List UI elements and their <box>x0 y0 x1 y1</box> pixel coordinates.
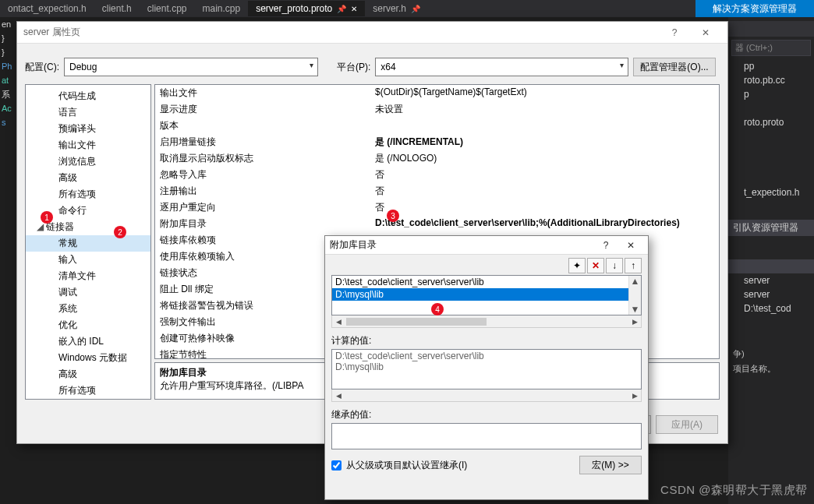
tree-item-linker-advanced[interactable]: 高级 <box>26 366 150 382</box>
scroll-left-icon[interactable]: ◀ <box>332 392 345 400</box>
scroll-left-icon[interactable]: ◀ <box>332 318 345 326</box>
delete-icon[interactable]: ✕ <box>587 258 604 273</box>
tab-client-cpp[interactable]: client.cpp <box>140 1 195 16</box>
prop-desc: 项目名称。 <box>728 361 814 376</box>
tab-label: main.cpp <box>202 3 240 14</box>
move-down-icon[interactable]: ↓ <box>606 258 623 273</box>
tree-item-output-files[interactable]: 输出文件 <box>26 137 150 153</box>
tree-item[interactable]: t_expection.h <box>728 185 814 199</box>
tab-client-h[interactable]: client.h <box>94 1 140 16</box>
tree-item-pch[interactable]: 预编译头 <box>26 121 150 137</box>
platform-combo[interactable] <box>375 58 628 76</box>
list-toolbar: ✦ ✕ ↓ ↑ <box>325 255 648 275</box>
scroll-up-icon[interactable]: ▲ <box>631 276 640 287</box>
tree-item[interactable]: roto.proto <box>728 115 814 129</box>
tree-item-codegen[interactable]: 代码生成 <box>26 88 150 104</box>
inherit-from-parent-label: 从父级或项目默认设置继承(I) <box>346 459 467 472</box>
grid-value[interactable]: $(OutDir)$(TargetName)$(TargetExt) <box>370 85 719 101</box>
grid-value[interactable]: 否 <box>370 183 719 199</box>
annotation-badge-3: 3 <box>387 210 399 222</box>
new-line-icon[interactable]: ✦ <box>568 258 586 273</box>
search-input[interactable]: 器 (Ctrl+;) <box>731 40 811 56</box>
scroll-right-icon[interactable]: ▶ <box>628 392 641 400</box>
move-up-icon[interactable]: ↑ <box>625 258 642 273</box>
grid-key: 附加库目录 <box>155 216 370 232</box>
inherit-from-parent-checkbox[interactable] <box>331 460 342 471</box>
subdialog-title: 附加库目录 <box>330 238 593 252</box>
scrollbar-horizontal[interactable]: ◀▶ <box>331 315 642 328</box>
toolbar <box>728 21 814 37</box>
grid-key: 版本 <box>155 118 370 134</box>
close-button[interactable]: ✕ <box>690 27 721 38</box>
team-explorer-tab[interactable]: 引队资源管理器 <box>728 220 814 236</box>
close-icon[interactable]: ✕ <box>351 5 357 13</box>
grid-value[interactable]: 否 <box>370 167 719 183</box>
configuration-manager-button[interactable]: 配置管理器(O)... <box>633 58 715 76</box>
inherited-values-label: 继承的值: <box>331 408 642 421</box>
grid-key: 忽略导入库 <box>155 167 370 183</box>
grid-value[interactable]: 是 (/NOLOGO) <box>370 150 719 167</box>
help-button[interactable]: ? <box>659 27 690 38</box>
computed-values-label: 计算的值: <box>331 334 642 347</box>
subdialog-titlebar: 附加库目录 ? ✕ <box>325 236 648 255</box>
tree-item-linker-system[interactable]: 系统 <box>26 301 150 317</box>
tree-item-linker-command-line[interactable]: 命令行 <box>26 399 150 400</box>
help-button[interactable]: ? <box>593 240 618 251</box>
tree-item[interactable]: pp <box>728 59 814 73</box>
list-item-selected[interactable]: D:\mysql\lib <box>332 288 641 301</box>
configuration-combo[interactable] <box>64 58 318 76</box>
grid-value-additional-lib-dirs[interactable]: D:\test_code\client_server\server\lib;%(… <box>370 216 719 232</box>
editor-tab-strip: ontact_expection.h client.h client.cpp m… <box>0 0 814 17</box>
apply-button[interactable]: 应用(A) <box>656 415 718 434</box>
tree-item[interactable]: p <box>728 87 814 101</box>
prop-item: D:\test_cod <box>728 301 814 315</box>
scroll-down-icon[interactable]: ▼ <box>631 304 640 315</box>
grid-value[interactable]: 否 <box>370 199 719 216</box>
grid-key: 显示进度 <box>155 101 370 118</box>
solution-explorer-panel: 器 (Ctrl+;) pp roto.pb.cc p roto.proto t_… <box>728 17 814 504</box>
tree-item-browse-info[interactable]: 浏览信息 <box>26 153 150 170</box>
pin-icon[interactable]: 📌 <box>411 5 420 13</box>
prop-desc: 争) <box>728 347 814 361</box>
grid-value[interactable] <box>370 118 719 134</box>
pin-icon[interactable]: 📌 <box>337 5 346 13</box>
category-tree[interactable]: 代码生成 语言 预编译头 输出文件 浏览信息 高级 所有选项 命令行 ◢链接器 … <box>25 84 151 400</box>
grid-key: 逐用户重定向 <box>155 199 370 216</box>
list-item[interactable]: D:\test_code\client_server\server\lib <box>332 276 641 288</box>
tree-item-advanced[interactable]: 高级 <box>26 170 150 186</box>
grid-value[interactable]: 未设置 <box>370 101 719 118</box>
close-button[interactable]: ✕ <box>618 240 643 251</box>
scrollbar-vertical[interactable]: ▲▼ <box>628 276 641 315</box>
tree-item-linker-windows-metadata[interactable]: Windows 元数据 <box>26 350 150 366</box>
dialog-titlebar: server 属性页 ? ✕ <box>17 22 727 44</box>
prop-item: server <box>728 287 814 301</box>
properties-header <box>728 259 814 273</box>
tree-item-linker-all-options[interactable]: 所有选项 <box>26 382 150 399</box>
tree-item-linker-debugging[interactable]: 调试 <box>26 284 150 301</box>
tab-label: server_proto.proto <box>256 3 332 14</box>
inherited-values-box <box>331 423 642 449</box>
platform-label: 平台(P): <box>337 61 370 74</box>
tree-item-linker-optimization[interactable]: 优化 <box>26 317 150 333</box>
directories-listbox[interactable]: D:\test_code\client_server\server\lib D:… <box>331 275 642 315</box>
tab-main-cpp[interactable]: main.cpp <box>194 1 248 16</box>
tree-item-linker-input[interactable]: 输入 <box>26 252 150 268</box>
scroll-right-icon[interactable]: ▶ <box>628 318 641 326</box>
tree-item[interactable]: roto.pb.cc <box>728 73 814 87</box>
grid-value[interactable]: 是 (/INCREMENTAL) <box>370 134 719 150</box>
tree-item-linker-general[interactable]: 常规 <box>26 235 150 252</box>
computed-item: D:\mysql\lib <box>335 361 638 372</box>
scrollbar-horizontal[interactable]: ◀▶ <box>331 389 642 402</box>
solution-explorer-title[interactable]: 解决方案资源管理器 <box>695 0 814 17</box>
tab-server-proto[interactable]: server_proto.proto📌✕ <box>248 1 365 16</box>
macros-button[interactable]: 宏(M) >> <box>579 456 642 474</box>
tree-item-linker-embedded-idl[interactable]: 嵌入的 IDL <box>26 333 150 350</box>
scroll-thumb[interactable] <box>346 318 487 326</box>
grid-key: 启用增量链接 <box>155 134 370 150</box>
tree-item-all-options[interactable]: 所有选项 <box>26 186 150 203</box>
tab-contact-expection-h[interactable]: ontact_expection.h <box>0 1 94 16</box>
tree-item-linker-manifest[interactable]: 清单文件 <box>26 268 150 284</box>
tree-item-language[interactable]: 语言 <box>26 104 150 121</box>
tab-server-h[interactable]: server.h📌 <box>365 1 428 16</box>
additional-lib-dirs-dialog: 附加库目录 ? ✕ ✦ ✕ ↓ ↑ D:\test_code\client_se… <box>324 235 649 500</box>
